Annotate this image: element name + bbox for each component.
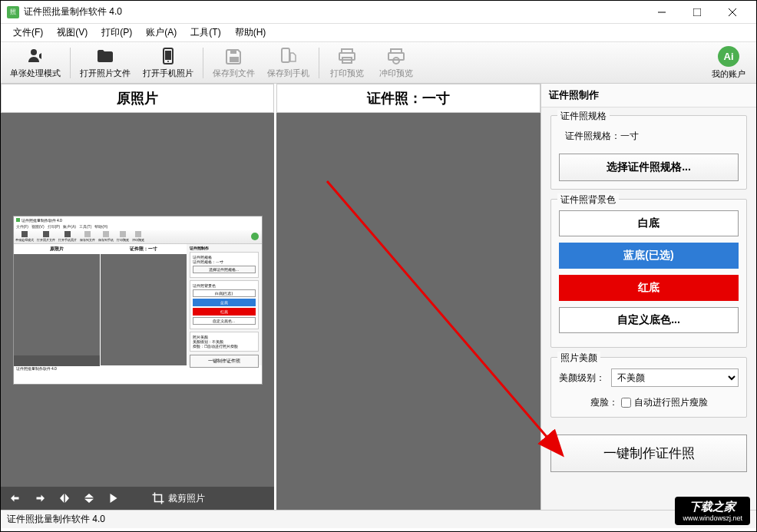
open-phone-label: 打开手机照片: [143, 68, 193, 79]
thumbnail-preview: 证件照批量制作软件 4.0 文件(F)视图(V)打印(P)账户(A)工具(T)帮…: [13, 216, 263, 385]
original-photo-title: 原照片: [1, 84, 274, 113]
open-phone-button[interactable]: 打开手机照片: [137, 45, 200, 81]
svg-rect-9: [230, 57, 239, 62]
right-panel-header: 证件照制作: [541, 84, 756, 107]
print-preview-label: 打印预览: [330, 68, 364, 79]
separator: [319, 48, 319, 78]
svg-rect-10: [282, 48, 289, 62]
svg-rect-8: [230, 50, 236, 54]
save-phone-button[interactable]: 保存到手机: [261, 45, 316, 81]
phone-icon: [158, 46, 178, 66]
menu-tools[interactable]: 工具(T): [184, 25, 226, 41]
print-preview-button[interactable]: 打印预览: [322, 45, 372, 81]
maximize-button[interactable]: [679, 2, 715, 23]
crop-label: 裁剪照片: [168, 492, 205, 505]
flip-horizontal-button[interactable]: [58, 491, 71, 505]
svg-rect-1: [693, 8, 701, 16]
menu-help[interactable]: 帮助(H): [229, 25, 273, 41]
svg-rect-6: [165, 51, 171, 60]
menu-account[interactable]: 账户(A): [140, 25, 183, 41]
ai-icon: Ai: [718, 46, 739, 67]
watermark: 下载之家 www.windowszj.net: [675, 497, 750, 525]
idphoto-title: 证件照：一寸: [276, 84, 540, 113]
mode-label: 单张处理模式: [10, 68, 61, 79]
spec-text: 证件照规格：一寸: [565, 130, 739, 143]
beauty-level-select[interactable]: 不美颜: [611, 368, 739, 387]
bg-white-button[interactable]: 白底: [559, 210, 739, 236]
face-slim-checkbox[interactable]: [621, 398, 631, 408]
flip-vertical-button[interactable]: [82, 491, 96, 505]
separator: [203, 48, 203, 78]
rotate-fine-button[interactable]: [107, 491, 121, 505]
spec-group-label: 证件照规格: [557, 110, 610, 123]
save-file-button[interactable]: 保存到文件: [207, 45, 261, 81]
beauty-level-label: 美颜级别：: [559, 372, 605, 385]
bg-group-label: 证件照背景色: [557, 193, 619, 207]
select-spec-button[interactable]: 选择证件照规格...: [559, 154, 739, 181]
printer-icon: [337, 46, 357, 66]
save-phone-label: 保存到手机: [267, 68, 309, 79]
minimize-button[interactable]: [644, 2, 679, 23]
dev-printer-icon: [386, 46, 406, 66]
face-slim-text: 自动进行照片瘦脸: [634, 396, 708, 409]
folder-icon: [95, 46, 115, 66]
mode-button[interactable]: 单张处理模式: [4, 45, 67, 81]
my-account-button[interactable]: Ai 我的账户: [704, 45, 753, 81]
svg-point-4: [31, 49, 37, 55]
bg-custom-button[interactable]: 自定义底色...: [559, 307, 739, 333]
watermark-main: 下载之家: [683, 500, 742, 514]
open-file-label: 打开照片文件: [80, 68, 131, 79]
menu-file[interactable]: 文件(F): [7, 25, 49, 41]
my-account-label: 我的账户: [712, 68, 745, 80]
dev-preview-label: 冲印预览: [379, 68, 413, 79]
status-text: 证件照批量制作软件 4.0: [7, 513, 105, 526]
rotate-right-90-button[interactable]: [33, 491, 47, 505]
face-slim-label: 瘦脸：: [590, 396, 618, 409]
menu-print[interactable]: 打印(P): [95, 25, 138, 41]
rotate-left-90-button[interactable]: [8, 491, 22, 505]
open-file-button[interactable]: 打开照片文件: [74, 45, 137, 81]
make-idphoto-button[interactable]: 一键制作证件照: [550, 435, 747, 472]
dev-preview-button[interactable]: 冲印预览: [372, 45, 421, 81]
phone-save-icon: [279, 46, 299, 66]
svg-point-7: [167, 61, 169, 62]
separator: [70, 48, 71, 78]
svg-rect-15: [388, 53, 404, 60]
crop-button[interactable]: 裁剪照片: [151, 491, 205, 505]
bg-red-button[interactable]: 红底: [559, 275, 739, 301]
watermark-sub: www.windowszj.net: [683, 514, 742, 522]
save-icon: [224, 46, 244, 66]
window-title: 证件照批量制作软件 4.0: [24, 5, 644, 18]
person-icon: [25, 46, 45, 66]
menu-view[interactable]: 视图(V): [51, 25, 94, 41]
beauty-group-label: 照片美颜: [557, 352, 600, 365]
save-file-label: 保存到文件: [213, 68, 255, 79]
close-button[interactable]: [715, 2, 750, 23]
app-icon: 照: [7, 6, 19, 18]
bg-blue-button[interactable]: 蓝底(已选): [559, 243, 739, 269]
